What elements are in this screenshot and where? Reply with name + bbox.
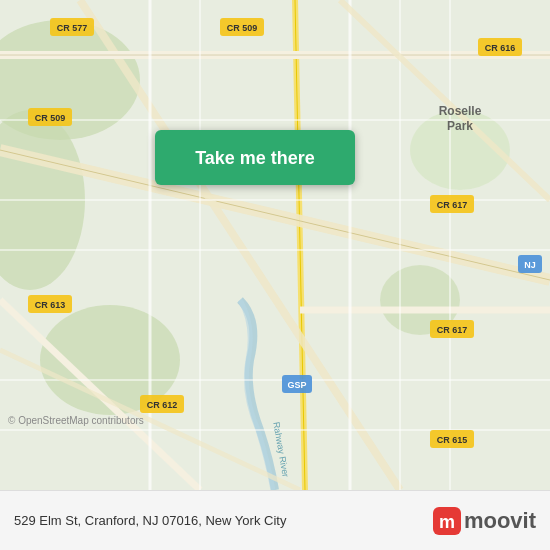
svg-text:Park: Park [447,119,473,133]
svg-text:Roselle: Roselle [439,104,482,118]
button-overlay: Take me there [155,130,355,185]
svg-text:GSP: GSP [287,380,306,390]
svg-text:CR 612: CR 612 [147,400,178,410]
svg-text:CR 577: CR 577 [57,23,88,33]
osm-credit: © OpenStreetMap contributors [8,415,144,426]
svg-text:CR 617: CR 617 [437,200,468,210]
map-container: CR 577 CR 509 CR 509 CR 616 CR 617 CR 61… [0,0,550,490]
take-me-there-button[interactable]: Take me there [155,130,355,185]
svg-text:CR 509: CR 509 [227,23,258,33]
moovit-icon: m [433,507,461,535]
svg-text:m: m [439,512,455,532]
bottom-bar: 529 Elm St, Cranford, NJ 07016, New York… [0,490,550,550]
svg-text:CR 509: CR 509 [35,113,66,123]
svg-text:CR 616: CR 616 [485,43,516,53]
svg-text:NJ: NJ [524,260,536,270]
svg-text:CR 615: CR 615 [437,435,468,445]
svg-text:CR 617: CR 617 [437,325,468,335]
moovit-logo-text: moovit [464,508,536,534]
svg-text:CR 613: CR 613 [35,300,66,310]
address-text: 529 Elm St, Cranford, NJ 07016, New York… [14,513,433,528]
moovit-logo: m moovit [433,507,536,535]
